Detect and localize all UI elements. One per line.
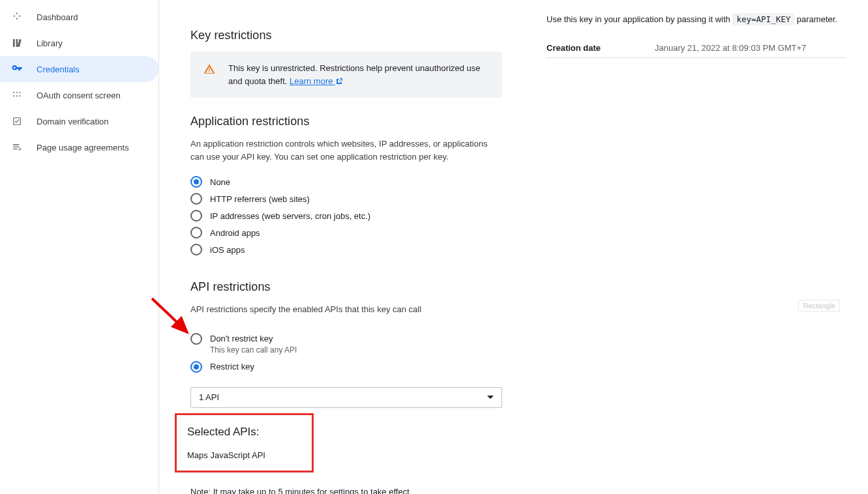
svg-point-4	[16, 95, 18, 96]
radio-label: None	[210, 177, 230, 187]
radio-option-ip[interactable]: IP addresses (web servers, cron jobs, et…	[190, 207, 502, 224]
sidebar-item-label: OAuth consent screen	[37, 91, 121, 100]
learn-more-label: Learn more	[290, 76, 333, 86]
svg-point-7	[19, 148, 21, 150]
radio-subtext: This key can call any API	[210, 345, 502, 355]
selected-api-item: Maps JavaScript API	[187, 450, 301, 460]
api-restrictions-desc: API restrictions specify the enabled API…	[190, 303, 502, 316]
radio-icon	[190, 193, 202, 205]
api-restrictions-heading: API restrictions	[190, 280, 502, 294]
svg-point-1	[16, 92, 18, 93]
consent-icon	[10, 89, 23, 102]
sidebar-item-label: Library	[37, 38, 63, 48]
api-select-dropdown[interactable]: 1 API	[190, 387, 502, 408]
radio-option-none[interactable]: None	[190, 173, 502, 190]
sidebar-item-label: Page usage agreements	[37, 143, 129, 153]
radio-icon	[190, 227, 202, 239]
radio-icon	[190, 244, 202, 255]
sidebar-item-usage[interactable]: Page usage agreements	[0, 134, 158, 160]
radio-label: iOS apps	[210, 245, 245, 255]
sidebar-item-library[interactable]: Library	[0, 30, 158, 56]
creation-date-row: Creation date January 21, 2022 at 8:09:0…	[546, 38, 846, 58]
hint-text-after: parameter.	[794, 14, 837, 24]
key-restrictions-heading: Key restrictions	[190, 29, 502, 42]
library-icon	[10, 36, 23, 50]
radio-icon	[190, 333, 202, 345]
key-icon	[10, 63, 23, 76]
warning-text-span: This key is unrestricted. Restrictions h…	[228, 63, 481, 86]
code-snippet: key=API_KEY	[732, 13, 794, 25]
note-text: Note: It may take up to 5 minutes for se…	[190, 487, 502, 495]
radio-label: Android apps	[210, 228, 260, 238]
app-restrictions-desc: An application restriction controls whic…	[190, 138, 502, 163]
radio-icon	[190, 176, 202, 188]
meta-value: January 21, 2022 at 8:09:03 PM GMT+7	[655, 43, 806, 53]
rectangle-tag: Rectangle	[798, 300, 840, 312]
hint-text-before: Use this key in your application by pass…	[546, 14, 732, 24]
sidebar: Dashboard Library Credentials OAuth cons…	[0, 0, 159, 494]
svg-point-5	[20, 95, 21, 96]
warning-icon	[203, 63, 215, 77]
external-link-icon	[335, 78, 343, 85]
radio-label: HTTP referrers (web sites)	[210, 194, 310, 204]
usage-hint: Use this key in your application by pass…	[546, 13, 846, 27]
agreements-icon	[10, 141, 23, 154]
svg-point-3	[13, 95, 14, 96]
app-restriction-radio-group: None HTTP referrers (web sites) IP addre…	[190, 173, 502, 258]
learn-more-link[interactable]: Learn more	[290, 76, 343, 86]
meta-key-label: Creation date	[546, 43, 655, 53]
sidebar-item-label: Credentials	[37, 65, 80, 74]
radio-icon	[190, 361, 202, 373]
select-text: 1 API	[199, 392, 219, 402]
sidebar-item-label: Dashboard	[37, 12, 78, 22]
radio-option-restrict[interactable]: Restrict key	[190, 358, 502, 375]
radio-option-ios[interactable]: iOS apps	[190, 241, 502, 258]
app-restrictions-heading: Application restrictions	[190, 115, 502, 128]
radio-option-http[interactable]: HTTP referrers (web sites)	[190, 190, 502, 207]
sidebar-item-oauth[interactable]: OAuth consent screen	[0, 82, 158, 108]
highlight-annotation: Selected APIs: Maps JavaScript API	[175, 413, 314, 472]
verified-icon	[10, 115, 23, 128]
sidebar-item-dashboard[interactable]: Dashboard	[0, 4, 158, 30]
radio-label: IP addresses (web servers, cron jobs, et…	[210, 211, 370, 221]
dashboard-icon	[10, 10, 23, 23]
sidebar-item-credentials[interactable]: Credentials	[0, 56, 158, 82]
warning-alert: This key is unrestricted. Restrictions h…	[190, 51, 502, 98]
chevron-down-icon	[487, 396, 494, 399]
api-restriction-radio-group: Don't restrict key This key can call any…	[190, 330, 502, 375]
warning-text: This key is unrestricted. Restrictions h…	[228, 62, 489, 87]
main-content: Key restrictions This key is unrestricte…	[190, 20, 502, 494]
radio-label: Restrict key	[210, 362, 254, 371]
side-info-panel: Use this key in your application by pass…	[546, 13, 846, 58]
svg-point-0	[13, 92, 14, 93]
selected-apis-heading: Selected APIs:	[187, 426, 301, 439]
svg-point-2	[20, 92, 21, 93]
radio-label: Don't restrict key	[210, 334, 273, 343]
radio-option-android[interactable]: Android apps	[190, 224, 502, 241]
sidebar-item-label: Domain verification	[37, 117, 109, 126]
radio-icon	[190, 210, 202, 222]
sidebar-item-domain[interactable]: Domain verification	[0, 108, 158, 134]
